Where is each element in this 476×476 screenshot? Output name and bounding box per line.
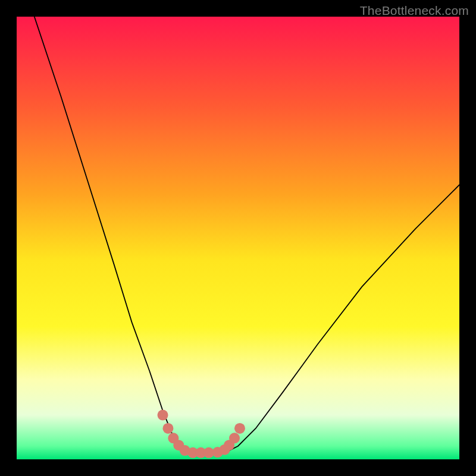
- highlight-dot: [229, 433, 240, 443]
- highlight-dot: [162, 423, 173, 434]
- watermark-label: TheBottleneck.com: [360, 4, 469, 18]
- highlight-dot: [234, 423, 245, 434]
- plot-area: [17, 17, 459, 459]
- chart-frame: TheBottleneck.com: [0, 0, 476, 476]
- curve-path: [35, 17, 459, 453]
- chart-curves: [17, 17, 459, 459]
- highlight-dot: [158, 410, 168, 421]
